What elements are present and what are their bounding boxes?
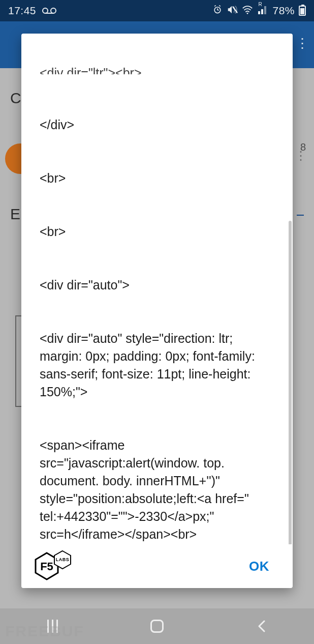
svg-text:LABS: LABS: [56, 557, 70, 562]
dialog-line: <br>: [40, 169, 274, 187]
svg-line-6: [215, 5, 216, 6]
dialog-line-partial: <div dir="ltr"><br>: [40, 64, 274, 74]
signal-icon: R: [257, 5, 268, 17]
dialog-line: <div dir="auto" style="direction: ltr; m…: [40, 330, 274, 401]
scrollbar-thumb[interactable]: [289, 221, 292, 544]
dialog-message: <div dir="ltr"><br> </div> <br> <br> <di…: [21, 34, 293, 544]
dialog-line: </div>: [40, 116, 274, 134]
voicemail-icon: [42, 7, 56, 14]
dialog-footer: F5 LABS OK: [21, 544, 293, 588]
svg-text:F5: F5: [40, 560, 53, 573]
watermark: FREEBUF: [5, 623, 84, 640]
svg-point-0: [43, 8, 48, 13]
f5-labs-logo: F5 LABS: [30, 550, 79, 582]
ok-button[interactable]: OK: [243, 554, 275, 578]
alarm-icon: [212, 5, 223, 17]
svg-line-7: [219, 5, 221, 6]
wifi-icon: [242, 5, 253, 17]
dialog-line: <br>: [40, 223, 274, 241]
svg-point-1: [51, 8, 56, 13]
back-button[interactable]: [231, 613, 292, 639]
battery-percentage: 78%: [272, 5, 295, 17]
alert-dialog: <div dir="ltr"><br> </div> <br> <br> <di…: [21, 34, 293, 588]
bg-letter-e: E: [10, 206, 20, 223]
home-button[interactable]: [127, 613, 187, 639]
dialog-line: <div dir="auto">: [40, 276, 274, 294]
battery-icon: [299, 6, 306, 16]
dialog-line: <span><iframe src="javascript:alert(wind…: [40, 436, 274, 543]
status-time: 17:45: [8, 5, 36, 17]
item-overflow-icon[interactable]: ⋮: [295, 154, 307, 158]
dialog-scroll-area[interactable]: <div dir="ltr"><br> </div> <br> <br> <di…: [21, 34, 293, 544]
status-bar: 17:45 R 78%: [0, 0, 314, 21]
overflow-menu-icon[interactable]: ⋮: [296, 36, 309, 51]
svg-point-11: [247, 13, 248, 14]
bg-underline: [297, 215, 304, 216]
vibrate-mute-icon: [227, 5, 238, 17]
bg-letter-c: C: [10, 90, 21, 107]
